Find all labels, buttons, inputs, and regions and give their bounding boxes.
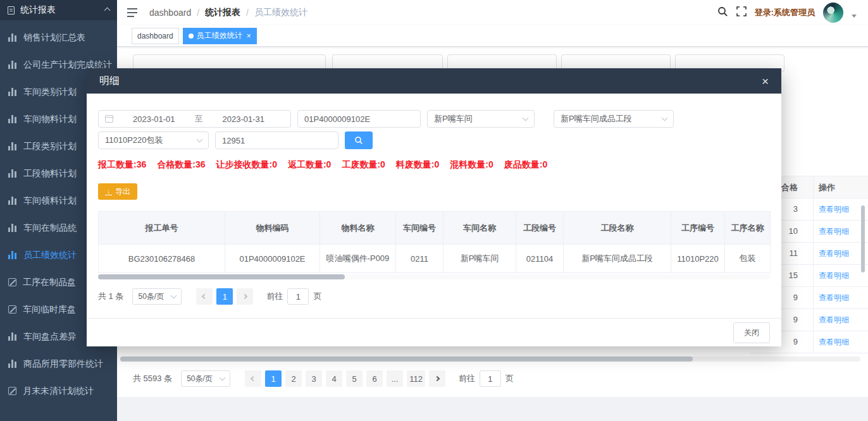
sidebar-item-month-end-plan[interactable]: 月末未清计划统计	[0, 377, 117, 405]
prev-page-button[interactable]	[245, 370, 261, 387]
avatar[interactable]	[823, 3, 843, 23]
page-size-select[interactable]: 50条/页	[181, 370, 230, 387]
sidebar-item-label: 车间临时库盘	[23, 304, 76, 315]
breadcrumb-current: 员工绩效统计	[254, 7, 307, 18]
chevron-up-icon	[104, 7, 111, 13]
view-detail-link[interactable]: 查看明细	[819, 338, 849, 346]
chevron-left-icon	[202, 294, 207, 299]
view-detail-link[interactable]: 查看明细	[819, 271, 849, 280]
cell-process-no: 11010P220	[671, 245, 725, 273]
date-start-value[interactable]: 2023-01-01	[133, 114, 175, 124]
sidebar-menu-statistics[interactable]: 统计报表	[0, 0, 117, 20]
page-button-5[interactable]: 5	[346, 370, 363, 387]
detail-dialog: 明细 × 2023-01-01 至 2023-01-31 新P嘴车间 新P嘴车间	[87, 68, 781, 346]
chevron-right-icon	[435, 376, 440, 381]
view-detail-link[interactable]: 查看明细	[819, 227, 849, 236]
page-button-112[interactable]: 112	[407, 370, 425, 387]
navbar: dashboard / 统计报表 / 员工绩效统计 登录:系统管理员	[117, 0, 868, 25]
tab-dashboard[interactable]: dashboard	[132, 28, 179, 44]
chevron-down-icon	[197, 136, 203, 142]
breadcrumb-dashboard[interactable]: dashboard	[149, 8, 191, 18]
breadcrumb-statistics[interactable]: 统计报表	[205, 7, 240, 18]
page-button-1[interactable]: 1	[265, 370, 282, 387]
sidebar-item-label: 车间在制品统	[23, 223, 77, 234]
jump-suffix: 页	[505, 373, 514, 384]
detail-table-row: BG230106278468 01P4000009102E 喷油嘴偶件-P009…	[99, 245, 771, 273]
jump-page-input[interactable]	[287, 288, 309, 305]
vertical-scrollbar[interactable]	[861, 205, 865, 272]
bar-chart-icon	[8, 88, 17, 96]
sidebar-item-label: 员工绩效统计	[23, 250, 77, 261]
section-value: 新P嘴车间成品工段	[561, 113, 632, 125]
bar-chart-icon	[8, 251, 17, 259]
fullscreen-icon[interactable]	[736, 6, 747, 19]
hamburger-icon[interactable]	[127, 8, 138, 18]
sidebar-item-product-parts[interactable]: 商品所用零部件统计	[0, 350, 117, 377]
dialog-header: 明细 ×	[87, 68, 781, 94]
edit-icon	[8, 278, 16, 286]
cell-workshop-no: 0211	[396, 245, 443, 273]
report-no-input[interactable]	[215, 131, 338, 149]
calendar-icon	[105, 115, 113, 123]
close-button[interactable]: 关闭	[733, 322, 770, 343]
chevron-down-icon	[171, 292, 177, 298]
chevron-down-icon	[852, 15, 857, 18]
stat-mixed: 混料数量:0	[450, 159, 493, 171]
next-page-button[interactable]	[237, 288, 253, 305]
tab-employee-performance[interactable]: 员工绩效统计 ×	[183, 28, 257, 44]
chevron-left-icon	[251, 376, 256, 381]
sidebar-item-label: 月末未清计划统计	[23, 386, 94, 397]
workshop-value: 新P嘴车间	[434, 113, 473, 125]
search-button[interactable]	[345, 131, 373, 149]
stat-waste: 废品数量:0	[504, 159, 547, 171]
page-jump: 前往 页	[459, 370, 514, 387]
bar-chart-icon	[8, 333, 17, 341]
horizontal-scrollbar[interactable]	[120, 357, 860, 362]
page-button-6[interactable]: 6	[366, 370, 383, 387]
close-icon[interactable]: ×	[247, 32, 251, 40]
date-range-picker[interactable]: 2023-01-01 至 2023-01-31	[98, 110, 291, 128]
col-material-code: 物料编码	[225, 212, 320, 245]
detail-table: 报工单号 物料编码 物料名称 车间编号 车间名称 工段编号 工段名称 工序编号 …	[98, 211, 771, 273]
page-button-4[interactable]: 4	[326, 370, 342, 387]
material-code-input[interactable]	[297, 110, 421, 128]
page-button-2[interactable]: 2	[285, 370, 302, 387]
detail-table-header-row: 报工单号 物料编码 物料名称 车间编号 车间名称 工段编号 工段名称 工序编号 …	[99, 212, 771, 245]
prev-page-button[interactable]	[196, 288, 213, 305]
scrollbar-thumb[interactable]	[120, 357, 693, 362]
page-button-3[interactable]: 3	[306, 370, 322, 387]
sidebar-item-sales-plan[interactable]: 销售计划汇总表	[0, 24, 117, 51]
filter-row-1: 2023-01-01 至 2023-01-31 新P嘴车间 新P嘴车间成品工段	[98, 110, 770, 128]
dialog-close-icon[interactable]: ×	[762, 75, 769, 87]
more-pages-button[interactable]: ...	[387, 370, 403, 387]
total-count: 共 5593 条	[133, 373, 172, 384]
section-select[interactable]: 新P嘴车间成品工段	[554, 110, 674, 128]
modal-horizontal-scrollbar[interactable]	[98, 274, 770, 279]
process-select[interactable]: 11010P220包装	[98, 131, 209, 149]
sidebar-item-label: 车间盘点差异	[23, 331, 77, 343]
jump-page-input[interactable]	[480, 370, 501, 387]
scrollbar-thumb[interactable]	[98, 274, 345, 279]
col-material-name: 物料名称	[320, 212, 396, 245]
filter-row-2: 11010P220包装	[98, 131, 770, 149]
app-root: 统计报表 销售计划汇总表 公司生产计划完成统计 车间类别计划 车间物料计划 工段…	[0, 0, 868, 421]
col-process-no: 工序编号	[671, 212, 725, 245]
sidebar-item-label: 车间类别计划	[23, 87, 77, 98]
breadcrumb-separator: /	[197, 8, 199, 18]
export-button[interactable]: 导出	[98, 183, 137, 200]
tags-view: dashboard 员工绩效统计 ×	[117, 25, 868, 47]
page-button-1[interactable]: 1	[216, 288, 233, 305]
date-end-value[interactable]: 2023-01-31	[223, 114, 265, 124]
cell-process-name: 包装	[725, 245, 771, 273]
view-detail-link[interactable]: 查看明细	[819, 249, 849, 258]
workshop-select[interactable]: 新P嘴车间	[427, 110, 535, 128]
next-page-button[interactable]	[429, 370, 445, 387]
sidebar-item-label: 车间领料计划	[23, 195, 77, 207]
dialog-footer: 关闭	[87, 318, 781, 346]
page-size-select[interactable]: 50条/页	[132, 288, 182, 305]
page-size-value: 50条/页	[187, 374, 213, 384]
view-detail-link[interactable]: 查看明细	[819, 315, 849, 324]
view-detail-link[interactable]: 查看明细	[819, 293, 849, 302]
view-detail-link[interactable]: 查看明细	[819, 205, 849, 214]
search-icon[interactable]	[717, 6, 728, 20]
